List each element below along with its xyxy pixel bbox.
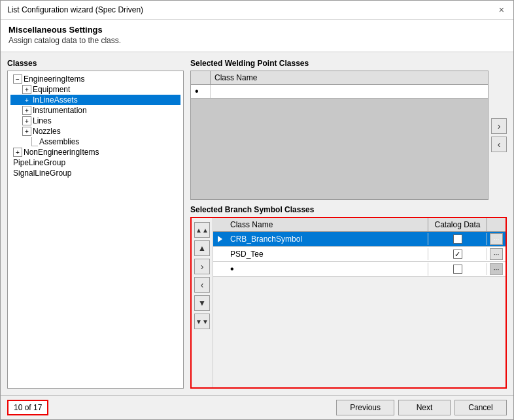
branch-row-new: • ···: [213, 262, 505, 277]
bullet-icon-branch: •: [230, 263, 234, 274]
branch-arrows: ▲▲ ▲ › ‹ ▼ ▼▼: [192, 218, 213, 387]
catalog-checkbox-crb[interactable]: [453, 234, 462, 244]
expander-inline-assets[interactable]: +: [22, 95, 31, 105]
branch-table: Class Name Catalog Data C: [213, 218, 505, 387]
page-indicator: 10 of 17: [7, 400, 48, 415]
branch-row-expander-crb: [213, 236, 226, 242]
section-title: Miscellaneous Settings: [9, 25, 505, 35]
welding-name-cell: [211, 90, 488, 93]
header-section: Miscellaneous Settings Assign catalog da…: [1, 20, 513, 52]
branch-btn-right[interactable]: ›: [194, 259, 210, 274]
left-panel: Classes − EngineeringItems + Equipment +…: [7, 59, 184, 389]
expander-instrumentation[interactable]: +: [22, 106, 31, 115]
welding-col-empty: [191, 71, 211, 84]
branch-btn-up[interactable]: ▲: [194, 240, 210, 256]
window-title: List Configuration wizard (Spec Driven): [7, 5, 143, 14]
tree-connector-assemblies: [31, 137, 38, 146]
branch-header-catalog-data: Catalog Data: [428, 218, 487, 231]
branch-row-name-new: •: [226, 263, 428, 276]
branch-header-class-name: Class Name: [226, 218, 428, 231]
tree-label-pipeline-group: PipeLineGroup: [13, 158, 65, 167]
welding-body: Class Name • › ‹: [190, 71, 507, 200]
bullet-icon: •: [195, 86, 199, 97]
main-window: List Configuration wizard (Spec Driven) …: [0, 0, 514, 420]
tree-item-engineering-items[interactable]: − EngineeringItems: [10, 74, 180, 84]
title-bar: List Configuration wizard (Spec Driven) …: [1, 1, 513, 20]
welding-table: Class Name •: [190, 71, 488, 200]
tree-item-lines[interactable]: + Lines: [10, 116, 180, 126]
tree-item-pipeline-group[interactable]: PipeLineGroup: [10, 157, 180, 168]
branch-row-dots-crb[interactable]: ···: [487, 232, 505, 246]
branch-section-bordered: ▲▲ ▲ › ‹ ▼ ▼▼ Class Name C: [190, 217, 507, 389]
expander-nozzles[interactable]: +: [22, 127, 31, 136]
dots-button-psd[interactable]: ···: [490, 248, 503, 260]
dots-button-new[interactable]: ···: [490, 263, 503, 275]
branch-btn-bottom[interactable]: ▼▼: [194, 314, 210, 329]
classes-label: Classes: [7, 59, 184, 68]
tree-label-signal-line-group: SignalLineGroup: [13, 169, 71, 178]
expander-non-engineering[interactable]: +: [13, 148, 22, 157]
catalog-checkbox-psd[interactable]: ✓: [453, 250, 462, 259]
tree-item-nozzles[interactable]: + Nozzles: [10, 126, 180, 137]
tree-item-instrumentation[interactable]: + Instrumentation: [10, 105, 180, 116]
branch-table-header: Class Name Catalog Data: [213, 218, 505, 232]
branch-row-crb[interactable]: CRB_BranchSymbol ···: [213, 232, 505, 247]
tree-item-equipment[interactable]: + Equipment: [10, 84, 180, 95]
tree-item-signal-line-group[interactable]: SignalLineGroup: [10, 168, 180, 178]
footer: 10 of 17 Previous Next Cancel: [1, 395, 513, 419]
branch-table-body: CRB_BranchSymbol ···: [213, 232, 505, 387]
welding-section: Selected Welding Point Classes Class Nam…: [190, 59, 507, 200]
welding-arrows: › ‹: [491, 71, 507, 200]
tree-item-inline-assets[interactable]: + InLineAssets: [10, 95, 180, 105]
tree-item-non-engineering[interactable]: + NonEngineeringItems: [10, 147, 180, 157]
catalog-checkbox-new[interactable]: [453, 265, 462, 274]
welding-arrow-right[interactable]: ›: [491, 118, 507, 134]
branch-row-name-crb: CRB_BranchSymbol: [226, 233, 428, 245]
tree-label-engineering-items: EngineeringItems: [24, 74, 84, 84]
branch-row-catalog-new[interactable]: [428, 263, 487, 275]
welding-table-header: Class Name: [191, 71, 488, 85]
branch-btn-top[interactable]: ▲▲: [194, 222, 210, 238]
tree-label-non-engineering: NonEngineeringItems: [24, 148, 99, 157]
branch-row-psd[interactable]: PSD_Tee ✓ ···: [213, 247, 505, 262]
branch-btn-down[interactable]: ▼: [194, 295, 210, 311]
tree-label-instrumentation: Instrumentation: [33, 106, 87, 115]
branch-row-dots-psd[interactable]: ···: [487, 247, 505, 261]
footer-left: 10 of 17: [7, 400, 48, 415]
next-button[interactable]: Next: [398, 400, 451, 415]
branch-label: Selected Branch Symbol Classes: [190, 205, 507, 214]
close-button[interactable]: ×: [496, 5, 507, 15]
branch-row-name-psd: PSD_Tee: [226, 248, 428, 260]
expander-engineering-items[interactable]: −: [13, 74, 22, 84]
tree-label-assemblies: Assemblies: [39, 137, 79, 146]
footer-right: Previous Next Cancel: [336, 400, 507, 415]
branch-row-catalog-psd[interactable]: ✓: [428, 248, 487, 260]
expand-triangle-crb: [218, 236, 222, 242]
branch-row-catalog-crb[interactable]: [428, 233, 487, 245]
branch-header-dots: [487, 223, 505, 227]
tree-label-inline-assets: InLineAssets: [33, 95, 78, 105]
expander-lines[interactable]: +: [22, 116, 31, 125]
branch-btn-left[interactable]: ‹: [194, 277, 210, 293]
expander-equipment[interactable]: +: [22, 85, 31, 94]
right-panel: Selected Welding Point Classes Class Nam…: [190, 59, 507, 389]
main-content: Classes − EngineeringItems + Equipment +…: [1, 52, 513, 395]
tree-label-lines: Lines: [33, 116, 52, 125]
classes-tree: − EngineeringItems + Equipment + InLineA…: [7, 71, 184, 389]
cancel-button[interactable]: Cancel: [454, 400, 507, 415]
tree-label-nozzles: Nozzles: [33, 127, 61, 136]
tree-label-equipment: Equipment: [33, 85, 70, 94]
section-subtitle: Assign catalog data to the class.: [9, 36, 505, 45]
welding-arrow-left[interactable]: ‹: [491, 137, 507, 152]
tree-item-assemblies[interactable]: Assemblies: [10, 137, 180, 147]
previous-button[interactable]: Previous: [336, 400, 394, 415]
branch-row-dots-new[interactable]: ···: [487, 262, 505, 276]
welding-col-class-name: Class Name: [211, 71, 488, 84]
welding-table-body: •: [191, 85, 488, 199]
branch-body: ▲▲ ▲ › ‹ ▼ ▼▼ Class Name C: [192, 218, 505, 387]
welding-row-empty: •: [191, 85, 488, 99]
branch-section: Selected Branch Symbol Classes ▲▲ ▲ › ‹ …: [190, 205, 507, 389]
welding-label: Selected Welding Point Classes: [190, 59, 507, 68]
welding-bullet-cell: •: [191, 85, 211, 98]
dots-button-crb[interactable]: ···: [490, 233, 503, 245]
